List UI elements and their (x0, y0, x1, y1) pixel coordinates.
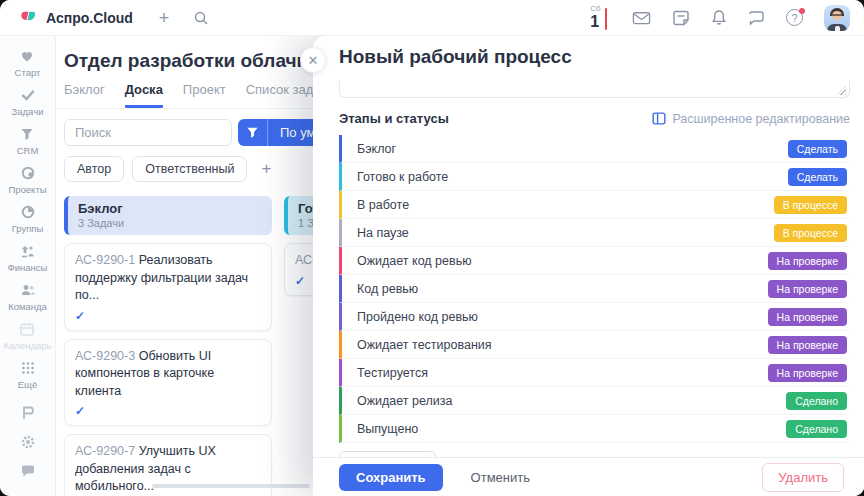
brand-logo[interactable]: Аспро.Cloud (18, 8, 133, 28)
close-icon[interactable]: ✕ (300, 47, 326, 73)
status-badge: На проверке (768, 364, 847, 382)
task-id: АС-9290-3 (75, 349, 135, 363)
sidebar-item-team[interactable]: Команда (8, 282, 47, 312)
stage-row[interactable]: Ожидает код ревью На проверке (339, 247, 850, 275)
stage-name: Ожидает тестирования (357, 338, 492, 352)
stage-name: Код ревью (357, 282, 418, 296)
flag-p-icon (20, 405, 36, 421)
stage-name: Ожидает код ревью (357, 254, 472, 268)
create-plus-icon[interactable]: + (159, 9, 170, 27)
grid-dots-icon (20, 360, 36, 376)
sidebar-item-more[interactable]: Ещё (18, 360, 37, 390)
sidebar-item-label: Задачи (12, 106, 44, 117)
status-badge: Сделано (786, 392, 847, 410)
task-card[interactable]: АС-9290-1 Реализовать поддержку фильтрац… (64, 243, 272, 331)
stage-name: На паузе (357, 226, 409, 240)
stage-row[interactable]: Ожидает релиза Сделано (339, 387, 850, 415)
stage-row[interactable]: Выпущено Сделано (339, 415, 850, 443)
sidebar-item-crm[interactable]: CRM (17, 126, 39, 156)
stage-row[interactable]: Код ревью На проверке (339, 275, 850, 303)
gear-icon (20, 434, 36, 450)
brand-name: Аспро.Cloud (46, 10, 133, 26)
search-input[interactable] (64, 119, 232, 146)
sidebar-item-support-chat[interactable] (20, 463, 36, 479)
status-badge: На проверке (768, 336, 847, 354)
stage-row[interactable]: Бэклог Сделать (339, 135, 850, 163)
stage-row[interactable]: В работе В процессе (339, 191, 850, 219)
modal-title: Новый рабочий процесс (339, 46, 850, 68)
sidebar-item-settings[interactable] (20, 434, 36, 450)
people-icon (20, 282, 36, 298)
description-textarea[interactable] (339, 81, 850, 98)
notification-dot (799, 8, 805, 14)
horizontal-scrollbar[interactable] (152, 484, 310, 488)
circles-icon (20, 165, 36, 181)
filter-funnel-icon[interactable] (238, 119, 268, 146)
column-header[interactable]: Бэклог 3 Задачи (64, 196, 272, 235)
stage-row[interactable]: На паузе В процессе (339, 219, 850, 247)
filter-chip-assignee[interactable]: Ответственный (132, 156, 247, 182)
stage-row[interactable]: Пройдено код ревью На проверке (339, 303, 850, 331)
sidebar-item-product[interactable] (20, 405, 36, 421)
sidebar-item-label: Команда (8, 301, 47, 312)
kanban-column-backlog: Бэклог 3 Задачи АС-9290-1 Реализовать по… (64, 196, 272, 496)
stage-name: Тестируется (357, 366, 428, 380)
status-badge: В процессе (774, 196, 847, 214)
funnel-icon (19, 126, 35, 142)
sidebar-item-calendar[interactable]: Календарь (4, 321, 52, 351)
check-icon: ✓ (75, 404, 261, 418)
bell-icon[interactable] (711, 9, 727, 26)
delete-button[interactable]: Удалить (762, 463, 844, 492)
calendar-date-widget[interactable]: Сб 1 (590, 5, 607, 30)
task-id: АС-9290-7 (75, 444, 135, 458)
notes-icon[interactable] (672, 10, 690, 26)
calendar-marker (605, 8, 608, 30)
mail-icon[interactable] (632, 10, 651, 26)
task-card[interactable]: АС-9290-3 Обновить UI компонентов в карт… (64, 339, 272, 427)
resize-handle-icon[interactable] (837, 86, 846, 95)
modal-footer: Сохранить Отменить Удалить (313, 457, 864, 496)
stage-list: Бэклог Сделать Готово к работе Сделать В… (339, 135, 850, 443)
tab-project[interactable]: Проект (183, 82, 226, 108)
chat-icon[interactable] (748, 10, 765, 26)
search-icon[interactable] (193, 10, 209, 26)
sidebar-item-projects[interactable]: Проекты (8, 165, 46, 195)
help-icon[interactable]: ? (786, 9, 803, 26)
sidebar-item-label: Группы (12, 223, 44, 234)
pie-icon (20, 204, 36, 220)
stages-section-label: Этапы и статусы (339, 111, 449, 126)
status-badge: Сделать (788, 140, 847, 158)
cancel-button[interactable]: Отменить (465, 469, 536, 486)
advanced-edit-label: Расширенное редактирование (672, 112, 850, 126)
stage-name: Выпущено (357, 422, 418, 436)
user-avatar[interactable] (824, 5, 850, 31)
stage-row[interactable]: Ожидает тестирования На проверке (339, 331, 850, 359)
tab-board[interactable]: Доска (125, 82, 163, 108)
save-button[interactable]: Сохранить (339, 464, 443, 491)
topbar: Аспро.Cloud + Сб 1 (0, 0, 864, 36)
add-filter-icon[interactable]: + (261, 159, 271, 179)
aspro-logo-icon (18, 8, 38, 28)
sidebar-item-tasks[interactable]: Задачи (12, 87, 44, 117)
stage-name: В работе (357, 198, 409, 212)
column-name: Бэклог (78, 201, 262, 216)
calendar-icon (19, 321, 35, 337)
task-id: АС-9290-1 (75, 253, 135, 267)
tab-backlog[interactable]: Бэклог (64, 82, 105, 108)
stage-name: Ожидает релиза (357, 394, 453, 408)
day-number: 1 (590, 14, 599, 30)
sidebar-item-finance[interactable]: Финансы (8, 243, 48, 273)
stage-row[interactable]: Готово к работе Сделать (339, 163, 850, 191)
stage-name: Пройдено код ревью (357, 310, 478, 324)
status-badge: Сделать (788, 168, 847, 186)
stage-row[interactable]: Тестируется На проверке (339, 359, 850, 387)
column-count: 3 Задачи (78, 217, 262, 229)
sidebar-item-start[interactable]: Старт (15, 48, 41, 78)
sidebar-item-label: Финансы (8, 262, 48, 273)
sidebar-item-groups[interactable]: Группы (12, 204, 44, 234)
filter-chip-author[interactable]: Автор (64, 156, 124, 182)
stage-name: Бэклог (357, 142, 396, 156)
status-badge: На проверке (768, 252, 847, 270)
advanced-edit-button[interactable]: Расширенное редактирование (652, 112, 850, 126)
chat-bubble-icon (20, 463, 36, 479)
